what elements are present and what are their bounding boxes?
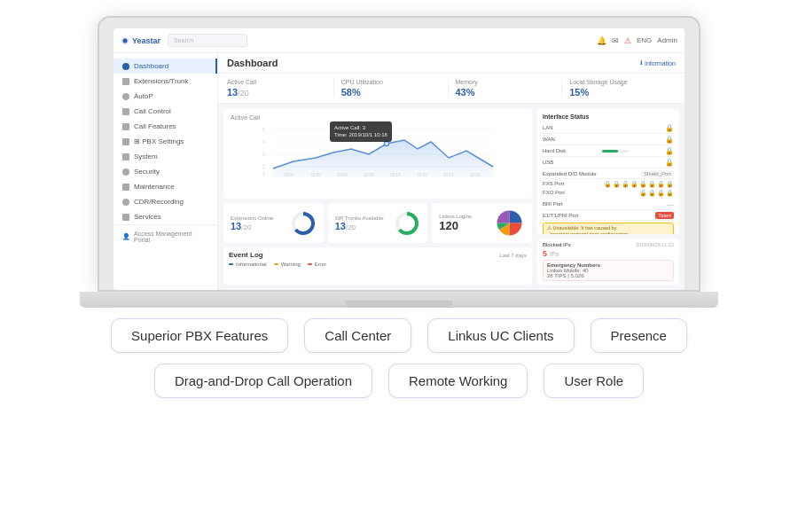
- emergency-box: Emergency Numbers Linkus Mobile: 40 28 T…: [543, 260, 674, 281]
- warning-icon[interactable]: ⚠: [624, 36, 631, 45]
- svg-text:10:13: 10:13: [390, 173, 401, 177]
- search-bar[interactable]: Search: [168, 34, 247, 47]
- feature-drag-drop[interactable]: Drag-and-Drop Call Operation: [154, 364, 372, 398]
- lang-label[interactable]: ENG: [637, 36, 652, 44]
- sidebar-label-call-features: Call Features: [134, 122, 176, 130]
- active-call-number: 13: [227, 87, 238, 98]
- sidebar-item-call-features[interactable]: Call Features: [113, 119, 217, 134]
- if-usb-status: 🔒: [665, 159, 674, 167]
- information-button[interactable]: ℹ Information: [640, 59, 676, 66]
- feature-superior-pbx[interactable]: Superior PBX Features: [111, 318, 288, 353]
- sidebar-item-security[interactable]: Security: [113, 164, 217, 179]
- if-harddisk-fill: [602, 150, 618, 153]
- if-e1t1-label: E1/T1/PRI Port: [543, 213, 578, 218]
- sidebar-item-cdr[interactable]: CDR/Recording: [113, 194, 217, 209]
- bottom-stats: Extensions Online 13/20: [223, 203, 532, 243]
- if-e1t1: E1/T1/PRI Port Talert: [543, 210, 674, 221]
- sidebar-label-system: System: [134, 153, 158, 160]
- sip-trunks-stat: SIP Trunks Available 13/20: [328, 203, 428, 243]
- if-lan: LAN 🔒: [543, 122, 674, 134]
- memory-stat: Memory 43%: [449, 79, 563, 98]
- memory-label: Memory: [456, 79, 555, 85]
- if-usb: USB 🔒: [543, 157, 674, 168]
- active-call-value: 13/20: [227, 87, 326, 98]
- fxs-icons: 🔒 🔒 🔒 🔒 🔒 🔒 🔒 🔒: [604, 181, 674, 188]
- page-title: Dashboard: [227, 58, 278, 68]
- legend-informational: Informational: [229, 262, 267, 267]
- svg-text:5: 5: [262, 127, 265, 132]
- screen-content: Yeastar Search 🔔 ✉ ⚠ ENG Admin: [113, 28, 685, 290]
- admin-label[interactable]: Admin: [657, 36, 677, 44]
- event-log: Event Log Last 7 days Informational: [223, 247, 532, 285]
- sip-trunks-donut: [394, 210, 420, 237]
- sidebar-label-autop: AutoP: [134, 92, 153, 100]
- if-wan-label: WAN: [543, 137, 555, 142]
- extension-icon: [122, 78, 129, 85]
- sip-trunks-value: 13/20: [335, 221, 389, 231]
- linkus-logins-value: 120: [439, 219, 489, 232]
- sidebar-item-extensions[interactable]: Extensions/Trunk: [113, 74, 217, 89]
- feature-call-center-label: Call Center: [325, 328, 391, 343]
- blocked-title: Blocked IPs: [543, 242, 571, 247]
- feature-user-role[interactable]: User Role: [544, 364, 644, 398]
- feature-user-role-label: User Role: [564, 373, 623, 388]
- storage-stat: Local Storage Usage 15%: [562, 79, 676, 98]
- sidebar-item-pbx-settings[interactable]: ⊞ PBX Settings: [113, 134, 217, 149]
- feature-superior-pbx-label: Superior PBX Features: [131, 328, 268, 343]
- if-lan-status: 🔒: [665, 124, 674, 132]
- svg-text:1: 1: [262, 171, 265, 176]
- laptop-wrapper: Yeastar Search 🔔 ✉ ⚠ ENG Admin: [80, 16, 718, 308]
- feature-remote-working[interactable]: Remote Working: [388, 364, 528, 398]
- info-label: Information: [645, 60, 676, 66]
- sidebar-nav: Dashboard Extensions/Trunk AutoP Ca: [113, 59, 217, 224]
- svg-text:10:0A: 10:0A: [364, 173, 374, 177]
- sidebar-item-call-control[interactable]: Call Control: [113, 104, 217, 119]
- svg-text:10:1A: 10:1A: [470, 173, 481, 177]
- feature-presence[interactable]: Presence: [591, 318, 687, 353]
- sidebar-label-services: Services: [134, 213, 161, 221]
- top-bar-right: 🔔 ✉ ⚠ ENG Admin: [597, 36, 677, 45]
- sip-trunks-text: SIP Trunks Available 13/20: [335, 215, 389, 231]
- dashboard-icon: [122, 63, 129, 70]
- content-grid: Active Call Active Call: 3 Time: 2019/10…: [218, 104, 685, 290]
- call-control-icon: [122, 108, 129, 115]
- sidebar-item-maintenance[interactable]: Maintenance: [113, 179, 217, 194]
- svg-point-1: [123, 38, 128, 43]
- laptop-screen: Yeastar Search 🔔 ✉ ⚠ ENG Admin: [98, 16, 700, 292]
- event-log-header: Event Log Last 7 days: [229, 251, 527, 259]
- cpu-stat: CPU Utilization 58%: [334, 79, 449, 98]
- right-panel: Interface Status LAN 🔒 WAN 🔒: [537, 109, 679, 285]
- linkus-logins-text: Linkus Logins 120: [439, 214, 489, 232]
- cdr-icon: [122, 199, 129, 206]
- app-logo: Yeastar: [121, 36, 160, 45]
- extensions-online-text: Extensions Online 13/20: [231, 215, 285, 231]
- blocked-header: Blocked IPs 2019/08/28 11:22: [543, 242, 674, 247]
- if-wan-status: 🔒: [665, 136, 674, 144]
- stats-row: Active Call 13/20 CPU Utilization 58% Me…: [218, 74, 685, 104]
- svg-text:2: 2: [262, 164, 265, 169]
- bell-icon[interactable]: 🔔: [597, 36, 606, 45]
- feature-call-center[interactable]: Call Center: [304, 318, 411, 353]
- fxo-icons: 🔒 🔒 🔒 🔒: [639, 190, 674, 197]
- message-icon[interactable]: ✉: [612, 36, 619, 45]
- chart-box: Active Call Active Call: 3 Time: 2019/10…: [223, 109, 532, 199]
- emergency-count: 28 TIPS | 5,026: [547, 273, 669, 278]
- system-icon: [122, 153, 129, 160]
- sip-trunks-label: SIP Trunks Available: [335, 215, 389, 221]
- sidebar-item-autop[interactable]: AutoP: [113, 89, 217, 104]
- blocked-ips-box: Blocked IPs 2019/08/28 11:22 5 IPs Emerg…: [537, 239, 679, 285]
- feature-linkus-uc[interactable]: Linkus UC Clients: [427, 318, 574, 353]
- feature-presence-label: Presence: [611, 328, 667, 343]
- chart-title: Active Call: [231, 114, 525, 121]
- sidebar-item-dashboard[interactable]: Dashboard: [113, 59, 217, 74]
- feature-remote-working-label: Remote Working: [409, 373, 507, 388]
- blocked-unit: IPs: [550, 251, 559, 257]
- sidebar-item-system[interactable]: System: [113, 149, 217, 164]
- event-log-filter[interactable]: Last 7 days: [499, 253, 527, 258]
- sidebar-item-services[interactable]: Services: [113, 209, 217, 224]
- svg-text:10:16: 10:16: [417, 173, 427, 177]
- security-icon: [122, 168, 129, 176]
- feature-linkus-uc-label: Linkus UC Clients: [448, 328, 553, 343]
- logo-text: Yeastar: [132, 36, 160, 45]
- sidebar-footer[interactable]: 👤 Access Management Portal: [113, 224, 217, 248]
